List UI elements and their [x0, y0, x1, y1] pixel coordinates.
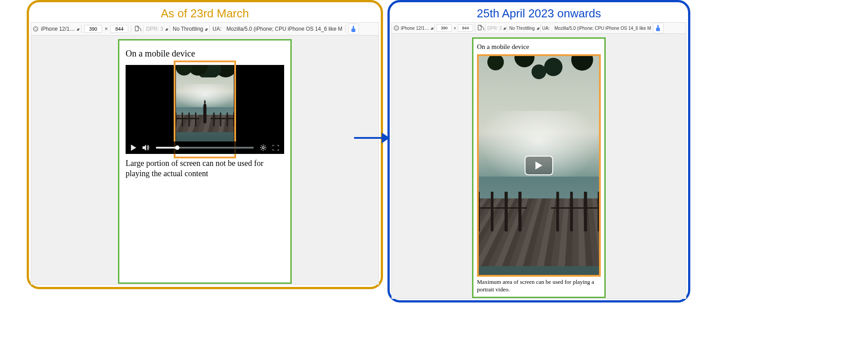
ua-value: Mozilla/5.0 (iPhone; CPU iPhone OS 14_6 … [227, 26, 342, 32]
ua-field[interactable]: UA: Mozilla/5.0 (iPhone; CPU iPhone OS 1… [542, 26, 651, 31]
touch-icon [351, 26, 356, 32]
ua-label: UA: [542, 26, 550, 31]
fullscreen-icon [273, 145, 279, 150]
volume-button[interactable] [143, 145, 150, 151]
updown-icon: ▴▾ [205, 27, 207, 32]
transition-arrow [354, 133, 390, 143]
dpr-label: DPR: 3 [487, 26, 501, 31]
throttle-label: No Throttling [173, 26, 203, 32]
touch-toggle[interactable] [348, 24, 359, 34]
video-controls [126, 141, 284, 154]
rotate-device-button[interactable] [477, 25, 483, 31]
svg-marker-1 [143, 145, 146, 151]
updown-icon: ▴▾ [77, 27, 78, 32]
height-input[interactable] [110, 25, 128, 33]
after-panel-title: 25th April 2023 onwards [390, 7, 688, 20]
portrait-video-content [176, 65, 234, 141]
updown-icon: ▴▾ [537, 26, 538, 31]
dim-sep: × [453, 26, 456, 31]
page-heading: On a mobile device [126, 48, 284, 59]
svg-point-2 [262, 147, 264, 149]
svg-line-7 [261, 145, 262, 146]
device-selector[interactable]: iPhone 12/1… ▴▾ [401, 26, 432, 31]
before-panel: As of 23rd March iPhone 12/1… ▴▾ × DPR: … [27, 0, 383, 289]
devtools-bar-right: iPhone 12/1… ▴▾ × DPR: 3 ▴▾ No Throttlin… [391, 22, 686, 34]
dpr-label: DPR: 3 [146, 26, 163, 32]
video-player-portrait[interactable] [477, 54, 601, 277]
svg-line-10 [261, 149, 262, 150]
throttle-selector[interactable]: No Throttling ▴▾ [173, 26, 207, 32]
svg-line-8 [265, 149, 265, 150]
page-caption: Maximum area of screen can be used for p… [477, 278, 601, 294]
page-caption: Large portion of screen can not be used … [126, 158, 284, 179]
height-input[interactable] [458, 24, 473, 32]
devtools-bar-left: iPhone 12/1… ▴▾ × DPR: 3 ▴▾ No Throttlin… [31, 22, 379, 36]
svg-marker-11 [535, 161, 542, 169]
play-overlay-button[interactable] [525, 156, 553, 175]
width-input[interactable] [436, 24, 452, 32]
rotate-device-icon [134, 26, 140, 32]
play-icon [535, 161, 542, 169]
device-viewport-left: On a mobile device [31, 36, 379, 285]
device-selector-label: iPhone 12/1… [41, 26, 75, 32]
updown-icon: ▴▾ [503, 26, 505, 31]
device-viewport-right: On a mobile device Maximum area of scree… [391, 34, 686, 299]
touch-toggle[interactable] [653, 23, 664, 33]
ua-field[interactable]: UA: Mozilla/5.0 (iPhone; CPU iPhone OS 1… [212, 26, 342, 32]
updown-icon: ▴▾ [431, 26, 432, 31]
throttle-selector[interactable]: No Throttling ▴▾ [509, 26, 538, 31]
settings-button[interactable] [260, 145, 266, 151]
volume-icon [143, 145, 150, 151]
device-selector-label: iPhone 12/1… [401, 26, 429, 31]
rotate-device-button[interactable] [134, 26, 140, 32]
fullscreen-button[interactable] [273, 145, 279, 150]
ua-label: UA: [212, 26, 221, 32]
rotate-device-icon [477, 25, 483, 31]
dim-sep: × [105, 26, 108, 32]
svg-marker-0 [131, 145, 136, 151]
video-player-letterboxed[interactable] [126, 65, 284, 154]
scrub-bar[interactable] [156, 147, 254, 149]
page-heading: On a mobile device [477, 43, 601, 51]
touch-icon [656, 25, 661, 31]
play-button[interactable] [131, 145, 136, 151]
phone-frame-right: On a mobile device Maximum area of scree… [472, 37, 606, 298]
throttle-label: No Throttling [509, 26, 534, 31]
updown-icon: ▴▾ [165, 27, 167, 32]
play-icon [131, 145, 136, 151]
dpr-selector[interactable]: DPR: 3 ▴▾ [146, 26, 167, 32]
width-input[interactable] [84, 25, 102, 33]
device-selector[interactable]: iPhone 12/1… ▴▾ [41, 26, 78, 32]
svg-line-9 [265, 145, 265, 146]
after-panel: 25th April 2023 onwards iPhone 12/1… ▴▾ … [387, 0, 690, 302]
no-signal-icon [33, 26, 38, 32]
no-signal-icon [394, 25, 399, 31]
ua-value: Mozilla/5.0 (iPhone; CPU iPhone OS 14_6 … [554, 26, 651, 31]
phone-frame-left: On a mobile device [118, 39, 292, 284]
before-panel-title: As of 23rd March [29, 7, 381, 20]
gear-icon [260, 145, 266, 151]
dpr-selector[interactable]: DPR: 3 ▴▾ [487, 26, 505, 31]
